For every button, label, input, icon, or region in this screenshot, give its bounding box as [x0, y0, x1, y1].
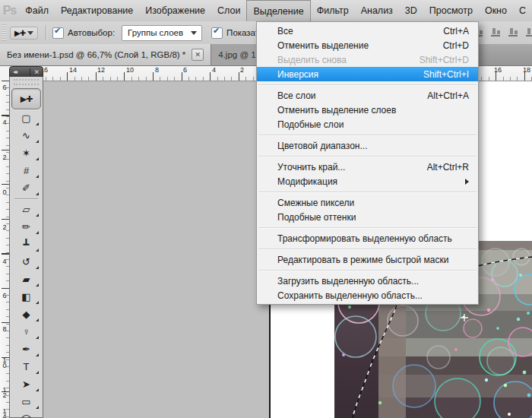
ruler-label: 18	[523, 66, 530, 74]
ruler-label: 0	[0, 190, 9, 195]
flyout-corner-icon	[36, 157, 39, 160]
clone-stamp-tool[interactable]: ┻	[11, 236, 41, 253]
menu-item[interactable]: Цветовой диапазон...	[257, 138, 478, 153]
menu-separator	[258, 192, 477, 192]
menu-item-label: Подобные слои	[277, 119, 344, 130]
submenu-arrow-icon	[465, 179, 469, 185]
menu-item[interactable]: Сохранить выделенную область...	[257, 288, 478, 302]
menu-item[interactable]: Все слоиAlt+Ctrl+A	[257, 88, 478, 103]
menu-item-label: Цветовой диапазон...	[277, 141, 367, 151]
path-selection-tool[interactable]: ➤	[11, 375, 41, 393]
ruler-label: 6	[0, 85, 9, 90]
ruler-label: 1 4	[0, 409, 9, 418]
menubar-item[interactable]: Слои	[211, 0, 246, 21]
tools-panel: ◂◂ ✕ ▶✚▢∿✶#✐▱✏┻↺▰◧◆♀✒T➤▭◯	[9, 66, 43, 418]
flyout-corner-icon	[36, 388, 39, 391]
menubar-item[interactable]: 3D	[399, 0, 423, 21]
menu-separator	[258, 84, 477, 85]
menubar-item[interactable]: Фильтр	[311, 0, 355, 21]
toolbar-tools: ▶✚▢∿✶#✐▱✏┻↺▰◧◆♀✒T➤▭◯	[9, 77, 43, 418]
tab-close-icon[interactable]: ✕	[192, 49, 204, 61]
tab-label: Без имени-1.psd @ 66,7% (Слой 1, RGB/8) …	[7, 50, 185, 59]
menu-item[interactable]: Отменить выделение слоев	[257, 103, 478, 117]
menubar-item[interactable]: Анализ	[355, 0, 399, 21]
move-tool[interactable]: ▶✚	[11, 88, 41, 109]
current-tool-dropdown[interactable]: ▶✚	[10, 27, 38, 40]
move-tool-icon: ▶✚	[14, 29, 25, 37]
pen-tool[interactable]: ✒	[11, 340, 41, 358]
dodge-tool[interactable]: ♀	[11, 323, 41, 340]
eyedropper-tool[interactable]: ✐	[11, 179, 41, 197]
menubar-item[interactable]: Окно	[479, 0, 513, 21]
rectangular-marquee-tool[interactable]: ▢	[11, 109, 41, 127]
brush-tool[interactable]: ✏	[11, 218, 41, 236]
align-vertical-centers-icon[interactable]	[490, 27, 501, 37]
healing-brush-tool[interactable]: ▱	[11, 201, 41, 218]
lasso-tool[interactable]: ∿	[11, 127, 41, 144]
crop-tool[interactable]: #	[11, 162, 41, 179]
menu-item[interactable]: ИнверсияShift+Ctrl+I	[257, 67, 478, 81]
quick-selection-tool[interactable]: ✶	[11, 144, 41, 162]
menu-item[interactable]: Выделить сноваShift+Ctrl+D	[257, 52, 478, 67]
ruler-label: 14	[69, 66, 77, 74]
close-panel-icon[interactable]: ✕	[30, 68, 40, 76]
pasteboard	[10, 81, 269, 418]
shape-tool[interactable]: ▭	[11, 393, 41, 410]
ruler-label: 4	[212, 66, 216, 74]
menu-item-label: Сохранить выделенную область...	[277, 290, 423, 301]
collapse-panel-icon[interactable]: ◂◂	[13, 68, 16, 75]
menu-item[interactable]: Трансформировать выделенную область	[257, 231, 478, 245]
ruler-label: 2	[0, 155, 9, 160]
menubar-item[interactable]: Выделение	[246, 0, 310, 21]
menu-item-label: Все слои	[277, 90, 316, 101]
flyout-corner-icon	[36, 318, 39, 321]
menu-item[interactable]: Отменить выделениеCtrl+D	[257, 38, 478, 52]
menu-item-label: Подобные оттенки	[277, 212, 356, 223]
ruler-label: 6	[0, 293, 9, 299]
eraser-tool[interactable]: ▰	[11, 271, 41, 288]
menu-item[interactable]: Подобные слои	[257, 117, 478, 131]
menubar-item[interactable]: Изображение	[139, 0, 211, 21]
menu-item[interactable]: Модификация	[257, 174, 478, 188]
flyout-corner-icon	[36, 192, 39, 195]
align-icons	[473, 27, 532, 37]
menu-item-label: Уточнить край...	[277, 162, 345, 173]
ruler-label: 1 0	[0, 358, 9, 369]
menubar-item[interactable]: Файл	[19, 0, 55, 21]
select-menu-dropdown: ВсеCtrl+AОтменить выделениеCtrl+DВыделит…	[256, 21, 479, 305]
checkbox-checked-icon[interactable]	[52, 27, 64, 39]
menu-item[interactable]: ВсеCtrl+A	[257, 24, 478, 38]
menu-item-label: Загрузить выделенную область...	[277, 276, 419, 287]
checkbox-checked-icon[interactable]	[211, 27, 223, 39]
distribute-left-edges-icon[interactable]	[508, 27, 518, 37]
hand-tool[interactable]: ◯	[11, 410, 41, 418]
flyout-corner-icon	[36, 140, 39, 143]
menubar-item[interactable]: С	[513, 0, 532, 21]
menu-item-label: Все	[277, 26, 293, 36]
panel-grip[interactable]	[14, 79, 39, 85]
menu-item-label: Отменить выделение слоев	[277, 105, 396, 116]
menubar-item[interactable]: Редактирование	[55, 0, 139, 21]
toolbar-separator	[14, 198, 38, 199]
menu-item[interactable]: Загрузить выделенную область...	[257, 274, 478, 288]
ruler-label: 4	[0, 259, 9, 264]
menu-item-shortcut: Ctrl+A	[443, 26, 469, 36]
distribute-horizontal-centers-icon[interactable]	[525, 27, 532, 37]
flyout-corner-icon	[36, 406, 39, 409]
autoselect-checkbox[interactable]: Автовыбор:	[52, 27, 115, 39]
ruler-label: 1 2	[0, 388, 9, 398]
menu-item-label: Модификация	[277, 176, 337, 187]
type-tool[interactable]: T	[11, 358, 41, 375]
menu-item-label: Отменить выделение	[277, 40, 369, 51]
blur-tool[interactable]: ◆	[11, 306, 41, 323]
layer-target-select[interactable]: Группы слоев	[122, 25, 202, 41]
menu-item[interactable]: Уточнить край...Alt+Ctrl+R	[257, 160, 478, 174]
menu-item-label: Выделить снова	[277, 55, 347, 65]
document-tab[interactable]: Без имени-1.psd @ 66,7% (Слой 1, RGB/8) …	[0, 44, 211, 65]
menu-item[interactable]: Редактировать в режиме быстрой маски	[257, 252, 478, 267]
gradient-tool[interactable]: ◧	[11, 288, 41, 306]
menu-item[interactable]: Смежные пиксели	[257, 195, 478, 210]
menu-item[interactable]: Подобные оттенки	[257, 210, 478, 224]
menubar-item[interactable]: Просмотр	[423, 0, 479, 21]
history-brush-tool[interactable]: ↺	[11, 253, 41, 271]
